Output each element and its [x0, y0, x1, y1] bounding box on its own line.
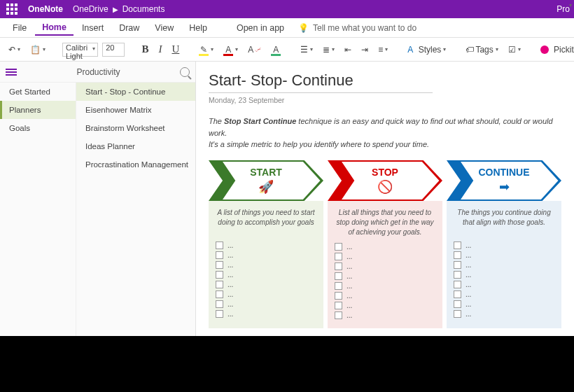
menu-insert[interactable]: Insert	[75, 20, 111, 36]
checklist-text[interactable]: ...	[227, 241, 233, 249]
page-item[interactable]: Brainstorm Worksheet	[76, 119, 195, 137]
checklist-row[interactable]: ...	[454, 251, 554, 259]
checklist-row[interactable]: ...	[335, 253, 435, 260]
checklist-row[interactable]: ...	[454, 241, 554, 249]
checklist-text[interactable]: ...	[346, 292, 352, 300]
checkbox-icon[interactable]	[216, 271, 223, 279]
page-item[interactable]: Procrastination Management	[76, 155, 195, 174]
tell-me-search[interactable]: 💡Tell me what you want to do	[298, 23, 416, 33]
checklist-text[interactable]: ...	[465, 310, 471, 318]
checkbox-icon[interactable]	[454, 271, 461, 279]
checklist-row[interactable]: ...	[216, 310, 316, 318]
checklist-text[interactable]: ...	[465, 290, 471, 298]
clipboard-button[interactable]: 📋▾	[27, 43, 48, 56]
format-painter-button[interactable]: A	[268, 43, 284, 56]
checklist[interactable]: ........................	[447, 241, 561, 318]
checklist-row[interactable]: ...	[216, 281, 316, 288]
checklist-text[interactable]: ...	[227, 290, 233, 298]
checklist-text[interactable]: ...	[346, 282, 352, 290]
checkbox-icon[interactable]	[216, 261, 223, 269]
checklist-text[interactable]: ...	[465, 300, 471, 308]
nav-toggle-button[interactable]	[6, 69, 17, 76]
checkbox-icon[interactable]	[454, 241, 461, 249]
search-icon[interactable]	[180, 67, 190, 77]
checklist-text[interactable]: ...	[227, 251, 233, 259]
checklist-row[interactable]: ...	[454, 290, 554, 298]
menu-file[interactable]: File	[6, 20, 34, 36]
checklist-row[interactable]: ...	[454, 300, 554, 308]
checklist-row[interactable]: ...	[454, 271, 554, 279]
checklist-row[interactable]: ...	[216, 290, 316, 298]
checkbox-icon[interactable]	[216, 310, 223, 318]
clear-format-button[interactable]: A⍻	[245, 43, 264, 56]
checklist-row[interactable]: ...	[454, 310, 554, 318]
section-item[interactable]: Get Started	[0, 83, 76, 101]
checkbox-icon[interactable]	[216, 300, 223, 308]
underline-button[interactable]: U	[169, 42, 182, 57]
tags-button[interactable]: 🏷 Tags▾	[463, 43, 500, 56]
open-in-app[interactable]: Open in app	[230, 20, 291, 36]
checklist-text[interactable]: ...	[227, 261, 233, 269]
checklist-row[interactable]: ...	[335, 292, 435, 300]
checkbox-icon[interactable]	[335, 253, 342, 260]
highlight-button[interactable]: ✎▾	[196, 43, 216, 56]
font-size-select[interactable]: 20▾	[102, 43, 125, 57]
font-family-select[interactable]: Calibri Light▾	[62, 43, 98, 57]
checklist-text[interactable]: ...	[227, 271, 233, 279]
checkbox-icon[interactable]	[454, 310, 461, 318]
checklist-row[interactable]: ...	[216, 300, 316, 308]
checkbox-icon[interactable]	[454, 290, 461, 298]
breadcrumb[interactable]: OneDrive▶Documents	[73, 4, 164, 14]
italic-button[interactable]: I	[155, 42, 164, 57]
checkbox-icon[interactable]	[454, 300, 461, 308]
checklist-row[interactable]: ...	[335, 243, 435, 251]
styles-button[interactable]: A Styles▾	[405, 43, 449, 56]
checklist-text[interactable]: ...	[465, 271, 471, 279]
page-item[interactable]: Eisenhower Matrix	[76, 101, 195, 119]
pickit-button[interactable]: Pickit	[538, 43, 574, 56]
checklist-row[interactable]: ...	[454, 261, 554, 269]
intro-text[interactable]: The Stop Start Continue technique is an …	[209, 115, 561, 150]
checkbox-icon[interactable]	[216, 251, 223, 259]
checkbox-icon[interactable]	[454, 251, 461, 259]
checklist-row[interactable]: ...	[335, 262, 435, 270]
checklist-row[interactable]: ...	[216, 241, 316, 249]
checklist-row[interactable]: ...	[216, 271, 316, 279]
todo-tag-button[interactable]: ☑▾	[505, 43, 524, 56]
checklist-row[interactable]: ...	[454, 281, 554, 288]
font-color-button[interactable]: A▾	[220, 43, 241, 56]
checklist-row[interactable]: ...	[335, 312, 435, 319]
numbering-button[interactable]: ≣▾	[320, 43, 337, 56]
menu-draw[interactable]: Draw	[112, 20, 146, 36]
checkbox-icon[interactable]	[335, 312, 342, 319]
checklist-text[interactable]: ...	[465, 261, 471, 269]
checklist-row[interactable]: ...	[216, 251, 316, 259]
checkbox-icon[interactable]	[335, 243, 342, 251]
checklist-text[interactable]: ...	[346, 312, 352, 319]
checklist-text[interactable]: ...	[346, 253, 352, 260]
checklist-text[interactable]: ...	[465, 251, 471, 259]
checklist-text[interactable]: ...	[346, 302, 352, 309]
checkbox-icon[interactable]	[454, 281, 461, 288]
menu-home[interactable]: Home	[35, 20, 74, 36]
menu-view[interactable]: View	[148, 20, 181, 36]
section-item[interactable]: Goals	[0, 119, 76, 137]
checkbox-icon[interactable]	[335, 292, 342, 300]
align-button[interactable]: ≡▾	[375, 43, 391, 56]
page-title[interactable]: Start- Stop- Continue	[209, 71, 433, 93]
section-item[interactable]: Planners	[0, 101, 76, 119]
checkbox-icon[interactable]	[216, 281, 223, 288]
checklist-row[interactable]: ...	[335, 302, 435, 309]
checkbox-icon[interactable]	[335, 302, 342, 309]
checklist-text[interactable]: ...	[227, 281, 233, 288]
checklist-text[interactable]: ...	[465, 241, 471, 249]
notebook-title[interactable]: Productivity	[17, 67, 180, 77]
checkbox-icon[interactable]	[335, 272, 342, 280]
checklist-text[interactable]: ...	[346, 262, 352, 270]
bold-button[interactable]: B	[139, 42, 151, 57]
checklist-row[interactable]: ...	[335, 272, 435, 280]
checklist[interactable]: ........................	[209, 241, 323, 318]
page-canvas[interactable]: Start- Stop- Continue Monday, 23 Septemb…	[196, 62, 574, 336]
menu-help[interactable]: Help	[182, 20, 214, 36]
checkbox-icon[interactable]	[335, 282, 342, 290]
